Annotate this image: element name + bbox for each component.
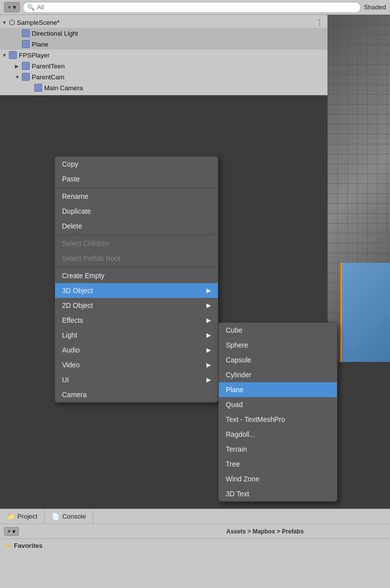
menu-item-copy[interactable]: Copy	[55, 157, 218, 172]
arrow-scene: ▼	[2, 20, 9, 25]
menu-item-rename[interactable]: Rename	[55, 189, 218, 204]
menu-item-video[interactable]: Video ▶	[55, 357, 218, 372]
viewport	[327, 15, 390, 362]
separator-1	[55, 187, 218, 188]
tree-item-plane[interactable]: Plane	[0, 39, 327, 50]
tree-item-fps-player[interactable]: ▼ FPSPlayer	[0, 50, 327, 60]
arrow-icon-light: ▶	[206, 332, 211, 339]
breadcrumb-text: Assets > Mapbox > Prefabs	[226, 528, 304, 535]
tree-item-parent-cam[interactable]: ▼ ParentCam	[0, 71, 327, 82]
menu-item-duplicate[interactable]: Duplicate	[55, 204, 218, 219]
menu-item-select-children[interactable]: Select Children	[55, 236, 218, 251]
submenu-item-wind-zone[interactable]: Wind Zone	[219, 471, 337, 486]
cube-icon-fps	[9, 51, 17, 59]
menu-item-effects[interactable]: Effects ▶	[55, 313, 218, 328]
tree-item-parent-teen[interactable]: ▶ ParentTeen	[0, 60, 327, 71]
tab-console[interactable]: 📄 Console	[45, 509, 93, 524]
tree-item-main-camera[interactable]: Main Camera	[0, 82, 327, 93]
arrow-icon-video: ▶	[206, 361, 211, 368]
shaded-label: Shaded	[364, 3, 386, 11]
tree-item-scene[interactable]: ▼ ⬡ SampleScene* ⋮	[0, 17, 327, 28]
submenu-item-quad[interactable]: Quad	[219, 397, 337, 412]
menu-item-2d-object[interactable]: 2D Object ▶	[55, 298, 218, 313]
arrow-icon-2d: ▶	[206, 302, 211, 309]
breadcrumb: Assets > Mapbox > Prefabs	[221, 524, 390, 538]
search-box[interactable]: 🔍	[23, 2, 361, 13]
arrow-icon-effects: ▶	[206, 317, 211, 324]
arrow-icon-3d: ▶	[206, 287, 211, 294]
submenu-3d-object: Cube Sphere Capsule Cylinder Plane Quad …	[218, 322, 337, 502]
submenu-item-sphere[interactable]: Sphere	[219, 338, 337, 353]
submenu-item-cylinder[interactable]: Cylinder	[219, 367, 337, 382]
cube-icon-plane	[22, 40, 30, 48]
cube-icon-parent-teen	[22, 62, 30, 70]
context-menu: Copy Paste Rename Duplicate Delete Selec…	[55, 156, 218, 403]
search-input[interactable]	[37, 3, 356, 11]
separator-3	[55, 267, 218, 267]
menu-item-select-prefab-root[interactable]: Select Prefab Root	[55, 251, 218, 266]
menu-item-3d-object[interactable]: 3D Object ▶	[55, 283, 218, 298]
submenu-item-3d-text[interactable]: 3D Text	[219, 486, 337, 501]
cube-icon-parent-cam	[22, 73, 30, 81]
menu-item-ui[interactable]: UI ▶	[55, 372, 218, 387]
folder-icon: 📁	[7, 513, 15, 520]
submenu-item-ragdoll[interactable]: Ragdoll...	[219, 427, 337, 442]
add-button[interactable]: + ▾	[4, 2, 20, 12]
menu-item-camera[interactable]: Camera	[55, 387, 218, 402]
scene-icon: ⬡	[9, 18, 15, 26]
submenu-item-tree[interactable]: Tree	[219, 457, 337, 471]
menu-item-light[interactable]: Light ▶	[55, 328, 218, 343]
separator-2	[55, 235, 218, 235]
viewport-object	[340, 263, 390, 362]
tree-item-directional-light[interactable]: Directional Light	[0, 28, 327, 39]
submenu-item-text-textmeshpro[interactable]: Text - TextMeshPro	[219, 412, 337, 427]
top-toolbar: + ▾ 🔍 Shaded	[0, 0, 390, 15]
cube-icon-main-camera	[34, 84, 42, 92]
parent-cam-label: ParentCam	[32, 73, 65, 81]
directional-light-label: Directional Light	[32, 30, 78, 37]
favorites-title: ★ Favorites	[5, 542, 385, 549]
submenu-item-cube[interactable]: Cube	[219, 323, 337, 338]
submenu-item-terrain[interactable]: Terrain	[219, 442, 337, 457]
tab-project[interactable]: 📁 Project	[0, 509, 45, 524]
plane-label: Plane	[32, 41, 48, 48]
menu-item-create-empty[interactable]: Create Empty	[55, 268, 218, 283]
cube-icon	[22, 29, 30, 37]
fps-player-label: FPSPlayer	[19, 52, 50, 59]
submenu-item-plane[interactable]: Plane	[219, 382, 337, 397]
arrow-icon-audio: ▶	[206, 347, 211, 353]
more-icon[interactable]: ⋮	[316, 18, 324, 27]
parent-teen-label: ParentTeen	[32, 62, 65, 70]
star-icon: ★	[5, 542, 11, 549]
hierarchy-panel: ▼ ⬡ SampleScene* ⋮ Directional Light Pla…	[0, 15, 327, 95]
menu-item-delete[interactable]: Delete	[55, 219, 218, 234]
search-icon: 🔍	[27, 4, 35, 11]
bottom-toolbar: + ▾	[0, 524, 223, 538]
bottom-tabs: 📁 Project 📄 Console	[0, 509, 390, 524]
scene-label: SampleScene*	[17, 19, 60, 26]
viewport-grid	[327, 15, 390, 362]
submenu-item-capsule[interactable]: Capsule	[219, 353, 337, 367]
add-bottom-button[interactable]: + ▾	[4, 527, 19, 536]
menu-item-audio[interactable]: Audio ▶	[55, 343, 218, 357]
menu-item-paste[interactable]: Paste	[55, 172, 218, 186]
favorites-bar: ★ Favorites	[0, 538, 390, 588]
console-icon: 📄	[52, 513, 60, 520]
arrow-icon-ui: ▶	[206, 376, 211, 383]
main-camera-label: Main Camera	[44, 84, 83, 92]
